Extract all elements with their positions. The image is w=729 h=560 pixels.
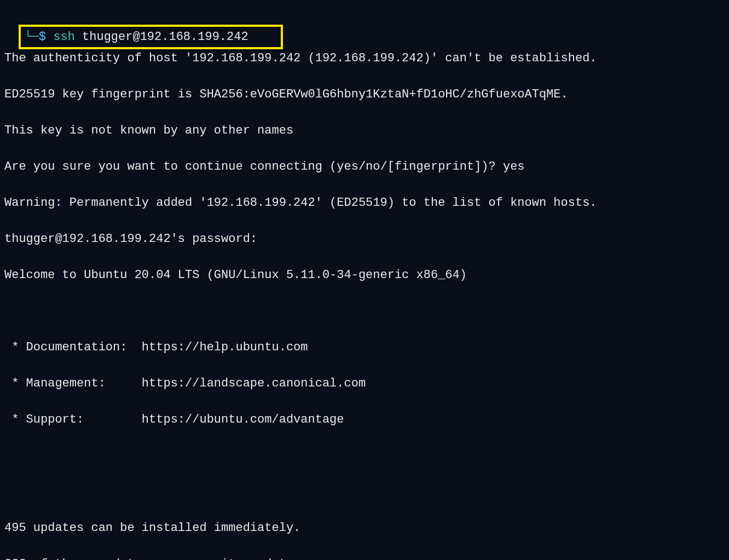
output-line: thugger@192.168.199.242's password: <box>4 230 725 248</box>
output-line: The authenticity of host '192.168.199.24… <box>4 49 725 67</box>
output-line: This key is not known by any other names <box>4 122 725 140</box>
prompt-dollar: $ <box>39 30 46 44</box>
output-line: 495 updates can be installed immediately… <box>4 519 725 537</box>
output-line: 233 of these updates are security update… <box>4 555 725 560</box>
output-line: Warning: Permanently added '192.168.199.… <box>4 194 725 212</box>
blank-line <box>4 483 725 501</box>
output-line: Are you sure you want to continue connec… <box>4 158 725 176</box>
highlighted-command-box: └─$ ssh thugger@192.168.199.242 <box>19 25 282 49</box>
blank-line <box>4 447 725 465</box>
ssh-command: ssh <box>53 30 75 44</box>
output-line: Welcome to Ubuntu 20.04 LTS (GNU/Linux 5… <box>4 266 725 284</box>
output-line: * Documentation: https://help.ubuntu.com <box>4 338 725 356</box>
prompt-branch-char: └─ <box>24 30 38 44</box>
ssh-args: thugger@192.168.199.242 <box>82 30 248 44</box>
blank-line <box>4 302 725 320</box>
output-line: * Support: https://ubuntu.com/advantage <box>4 411 725 429</box>
terminal-window[interactable]: └─$ ssh thugger@192.168.199.242 The auth… <box>4 4 725 556</box>
output-line: * Management: https://landscape.canonica… <box>4 374 725 392</box>
output-line: ED25519 key fingerprint is SHA256:eVoGER… <box>4 85 725 103</box>
